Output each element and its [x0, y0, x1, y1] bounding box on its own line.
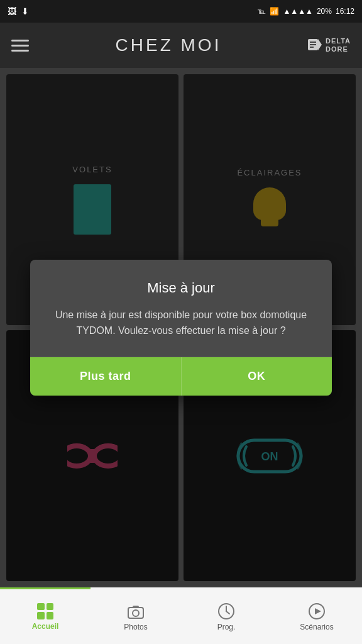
camera-icon [127, 602, 145, 620]
dialog-buttons: Plus tard OK [30, 357, 332, 396]
download-icon: ⬇ [21, 6, 29, 16]
menu-button[interactable] [11, 40, 29, 52]
svg-rect-14 [133, 606, 139, 608]
nav-label-scenarios: Scénarios [300, 623, 333, 631]
delta-dore-icon [308, 39, 322, 52]
svg-rect-2 [310, 42, 316, 43]
svg-marker-19 [315, 608, 321, 614]
signal-icon: ▲▲▲▲ [283, 7, 313, 16]
bottom-nav: Accueil Photos Prog. [0, 587, 362, 644]
nav-item-accueil[interactable]: Accueil [0, 587, 90, 644]
notification-icon: 🖼 [8, 6, 16, 16]
svg-line-17 [226, 611, 229, 614]
ok-button[interactable]: OK [182, 357, 332, 396]
dialog-title: Mise à jour [53, 280, 309, 296]
clock-icon [217, 602, 235, 620]
time-text: 16:12 [336, 7, 354, 16]
nav-item-photos[interactable]: Photos [90, 587, 181, 644]
nav-item-scenarios[interactable]: Scénarios [272, 587, 362, 644]
nav-label-accueil: Accueil [32, 622, 59, 631]
bluetooth-icon: ℡ [258, 7, 266, 16]
later-button[interactable]: Plus tard [30, 357, 182, 396]
update-dialog: Mise à jour Une mise à jour est disponib… [30, 260, 332, 396]
wifi-icon: 📶 [270, 7, 279, 16]
home-icon [37, 603, 53, 619]
svg-rect-4 [310, 47, 314, 48]
nav-label-photos: Photos [124, 623, 147, 631]
brand-line1: DELTA [326, 37, 351, 45]
svg-point-13 [133, 610, 139, 616]
app-header: CHEZ MOI DELTA DORE [0, 23, 362, 68]
dialog-message: Une mise à jour est disponible pour votr… [53, 308, 309, 339]
dialog-body: Mise à jour Une mise à jour est disponib… [30, 260, 332, 357]
status-bar-left: 🖼 ⬇ [8, 6, 29, 16]
brand-text: DELTA DORE [326, 37, 351, 53]
svg-marker-1 [318, 39, 322, 50]
nav-item-prog[interactable]: Prog. [181, 587, 272, 644]
brand-logo: DELTA DORE [308, 37, 351, 53]
svg-rect-3 [310, 44, 316, 45]
status-bar: 🖼 ⬇ ℡ 📶 ▲▲▲▲ 20% 16:12 [0, 0, 362, 23]
battery-text: 20% [317, 7, 332, 16]
play-icon [308, 602, 326, 620]
brand-line2: DORE [326, 45, 351, 53]
dialog-overlay: Mise à jour Une mise à jour est disponib… [0, 68, 362, 587]
nav-label-prog: Prog. [217, 623, 236, 631]
page-title: CHEZ MOI [116, 35, 222, 55]
main-grid-wrapper: VOLETS ÉCLAIRAGES [0, 68, 362, 587]
status-bar-right: ℡ 📶 ▲▲▲▲ 20% 16:12 [258, 7, 354, 16]
